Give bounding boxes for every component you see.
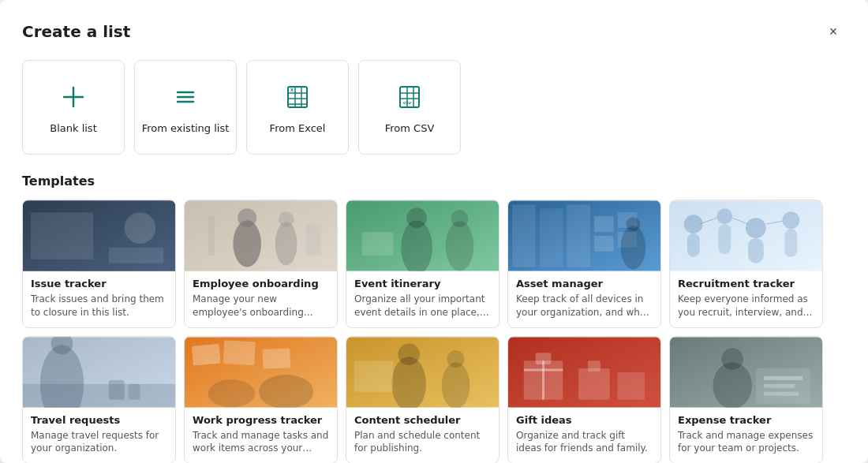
template-desc-employee-onboarding: Manage your new employee's onboarding pr… bbox=[193, 293, 329, 319]
template-card-expense-tracker[interactable]: Expense tracker Track and manage expense… bbox=[669, 336, 823, 463]
svg-point-35 bbox=[451, 210, 469, 227]
template-card-gift-ideas[interactable]: Gift ideas Organize and track gift ideas… bbox=[507, 336, 661, 463]
svg-point-28 bbox=[279, 211, 294, 227]
svg-rect-67 bbox=[223, 340, 256, 365]
template-card-employee-onboarding[interactable]: Employee onboarding Manage your new empl… bbox=[184, 200, 338, 328]
svg-rect-91 bbox=[764, 391, 799, 395]
template-image-asset-manager bbox=[508, 200, 660, 271]
template-card-content-scheduler[interactable]: Content scheduler Plan and schedule cont… bbox=[346, 336, 499, 463]
svg-rect-82 bbox=[578, 368, 610, 400]
svg-rect-53 bbox=[718, 224, 731, 254]
template-card-event-itinerary[interactable]: Event itinerary Organize all your import… bbox=[346, 200, 499, 328]
template-name-gift-ideas: Gift ideas bbox=[516, 414, 653, 426]
template-info-event-itinerary: Event itinerary Organize all your import… bbox=[346, 271, 499, 327]
create-existing-card[interactable]: From existing list bbox=[134, 60, 237, 155]
template-image-content-scheduler bbox=[346, 337, 499, 408]
svg-text:csv: csv bbox=[403, 100, 412, 105]
create-list-dialog: Create a list × Blank list From existing… bbox=[0, 0, 868, 463]
svg-point-75 bbox=[447, 350, 465, 368]
template-card-work-progress-tracker[interactable]: Work progress tracker Track and manage t… bbox=[184, 336, 338, 463]
template-desc-issue-tracker: Track issues and bring them to closure i… bbox=[31, 293, 167, 319]
svg-rect-66 bbox=[192, 343, 221, 365]
svg-rect-64 bbox=[129, 383, 140, 399]
close-button[interactable]: × bbox=[821, 19, 846, 44]
dialog-header: Create a list × bbox=[22, 19, 846, 44]
svg-text:x: x bbox=[290, 87, 294, 92]
svg-rect-22 bbox=[109, 248, 163, 263]
svg-point-70 bbox=[208, 379, 255, 408]
template-name-employee-onboarding: Employee onboarding bbox=[193, 278, 329, 289]
svg-rect-42 bbox=[594, 236, 614, 252]
svg-rect-84 bbox=[618, 372, 645, 400]
svg-point-49 bbox=[716, 208, 732, 224]
svg-rect-89 bbox=[764, 376, 803, 380]
list-icon bbox=[170, 81, 201, 113]
templates-row-2: Travel requests Manage travel requests f… bbox=[22, 336, 846, 463]
svg-point-73 bbox=[398, 343, 420, 365]
template-info-travel-requests: Travel requests Manage travel requests f… bbox=[23, 408, 175, 463]
create-csv-card[interactable]: csv From CSV bbox=[358, 60, 461, 155]
svg-rect-54 bbox=[748, 238, 764, 263]
template-name-recruitment-tracker: Recruitment tracker bbox=[678, 278, 814, 289]
template-info-employee-onboarding: Employee onboarding Manage your new empl… bbox=[185, 271, 337, 327]
template-card-issue-tracker[interactable]: Issue tracker Track issues and bring the… bbox=[22, 200, 176, 328]
template-image-employee-onboarding bbox=[185, 200, 337, 271]
template-card-recruitment-tracker[interactable]: Recruitment tracker Keep everyone inform… bbox=[669, 200, 823, 328]
dialog-title: Create a list bbox=[22, 22, 130, 41]
template-name-content-scheduler: Content scheduler bbox=[354, 414, 491, 426]
template-info-asset-manager: Asset manager Keep track of all devices … bbox=[508, 271, 660, 327]
svg-rect-30 bbox=[305, 224, 321, 256]
template-image-work-progress-tracker bbox=[185, 337, 337, 408]
template-name-travel-requests: Travel requests bbox=[31, 414, 167, 426]
template-name-expense-tracker: Expense tracker bbox=[678, 414, 814, 426]
svg-point-33 bbox=[406, 207, 427, 228]
svg-point-46 bbox=[626, 217, 640, 231]
template-card-asset-manager[interactable]: Asset manager Keep track of all devices … bbox=[507, 200, 661, 328]
svg-point-45 bbox=[621, 226, 646, 269]
svg-rect-20 bbox=[31, 212, 93, 259]
svg-point-74 bbox=[442, 362, 470, 408]
create-excel-card[interactable]: x From Excel bbox=[246, 60, 349, 155]
template-info-recruitment-tracker: Recruitment tracker Keep everyone inform… bbox=[670, 271, 822, 327]
template-desc-gift-ideas: Organize and track gift ideas for friend… bbox=[516, 429, 653, 456]
svg-rect-29 bbox=[208, 216, 215, 255]
svg-rect-90 bbox=[764, 383, 795, 387]
template-desc-travel-requests: Manage travel requests for your organiza… bbox=[31, 429, 167, 456]
create-existing-label: From existing list bbox=[142, 122, 230, 134]
templates-rows: Issue tracker Track issues and bring the… bbox=[22, 200, 846, 463]
template-info-expense-tracker: Expense tracker Track and manage expense… bbox=[670, 408, 822, 463]
svg-rect-52 bbox=[687, 233, 700, 257]
template-desc-recruitment-tracker: Keep everyone informed as you recruit, i… bbox=[678, 293, 814, 319]
create-blank-card[interactable]: Blank list bbox=[22, 60, 125, 155]
template-desc-work-progress-tracker: Track and manage tasks and work items ac… bbox=[193, 429, 329, 456]
svg-point-21 bbox=[125, 212, 156, 244]
svg-point-69 bbox=[259, 375, 313, 408]
plus-icon bbox=[58, 81, 89, 113]
template-image-recruitment-tracker bbox=[670, 200, 822, 271]
svg-rect-76 bbox=[354, 360, 393, 392]
create-excel-label: From Excel bbox=[270, 122, 326, 134]
svg-rect-40 bbox=[567, 204, 590, 267]
template-info-issue-tracker: Issue tracker Track issues and bring the… bbox=[23, 271, 175, 327]
template-info-content-scheduler: Content scheduler Plan and schedule cont… bbox=[346, 408, 499, 463]
svg-rect-36 bbox=[362, 232, 394, 256]
create-options-row: Blank list From existing list x From Exc… bbox=[22, 60, 846, 155]
template-info-gift-ideas: Gift ideas Organize and track gift ideas… bbox=[508, 408, 660, 463]
svg-point-50 bbox=[746, 218, 766, 238]
template-name-work-progress-tracker: Work progress tracker bbox=[193, 414, 329, 426]
svg-rect-68 bbox=[263, 348, 290, 368]
templates-row-1: Issue tracker Track issues and bring the… bbox=[22, 200, 846, 328]
create-blank-label: Blank list bbox=[50, 122, 97, 134]
svg-rect-83 bbox=[588, 360, 600, 372]
template-image-gift-ideas bbox=[508, 337, 660, 408]
template-image-travel-requests bbox=[23, 337, 175, 408]
svg-point-26 bbox=[238, 208, 256, 227]
svg-point-25 bbox=[233, 220, 261, 267]
svg-rect-41 bbox=[594, 216, 614, 232]
template-card-travel-requests[interactable]: Travel requests Manage travel requests f… bbox=[22, 336, 176, 463]
svg-rect-39 bbox=[540, 208, 563, 267]
svg-point-51 bbox=[783, 211, 800, 229]
template-desc-expense-tracker: Track and manage expenses for your team … bbox=[678, 429, 814, 456]
template-name-asset-manager: Asset manager bbox=[516, 278, 653, 289]
template-name-event-itinerary: Event itinerary bbox=[354, 278, 491, 289]
